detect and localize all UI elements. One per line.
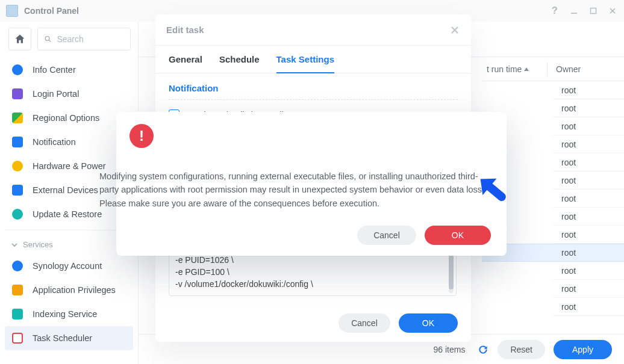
close-icon[interactable] bbox=[607, 5, 618, 16]
sidebar-item-label: Hardware & Power bbox=[33, 161, 106, 171]
sidebar-item-label: External Devices bbox=[33, 185, 98, 195]
reset-button[interactable]: Reset bbox=[498, 340, 545, 359]
tab-schedule[interactable]: Schedule bbox=[219, 54, 260, 73]
table-header-row: t run time Owner bbox=[482, 57, 624, 81]
col-label: Owner bbox=[556, 64, 581, 74]
info-icon bbox=[11, 63, 24, 76]
sidebar-item-login-portal[interactable]: Login Portal bbox=[5, 82, 133, 106]
sort-asc-icon bbox=[524, 67, 529, 71]
schedule-icon bbox=[11, 332, 24, 345]
dialog-title: Edit task bbox=[166, 25, 204, 35]
section-notification: Notification bbox=[169, 83, 458, 100]
portal-icon bbox=[11, 87, 24, 100]
app-root: Control Panel ? bbox=[0, 0, 624, 364]
svg-point-4 bbox=[45, 37, 49, 41]
chevron-down-icon bbox=[11, 241, 18, 248]
table-row[interactable]: root bbox=[553, 262, 624, 280]
table-row[interactable]: root bbox=[553, 226, 624, 244]
table-row[interactable]: root bbox=[553, 298, 624, 316]
sidebar-item-indexing-service[interactable]: Indexing Service bbox=[5, 302, 133, 326]
maximize-icon[interactable] bbox=[588, 5, 599, 16]
sidebar-item-regional-options[interactable]: Regional Options bbox=[5, 106, 133, 130]
edit-ok-button[interactable]: OK bbox=[399, 313, 458, 333]
table-body: rootrootrootrootrootrootrootrootrootroot… bbox=[553, 81, 624, 334]
svg-rect-1 bbox=[591, 8, 596, 14]
apply-button[interactable]: Apply bbox=[554, 340, 612, 359]
refresh-icon[interactable] bbox=[477, 344, 489, 356]
sidebar-item-task-scheduler[interactable]: Task Scheduler bbox=[5, 326, 133, 350]
home-icon[interactable] bbox=[8, 28, 31, 51]
warning-text: Modifying system configurations, running… bbox=[99, 170, 491, 210]
sidebar-item-application-privileges[interactable]: Application Privileges bbox=[5, 278, 133, 302]
sidebar-item-info-center[interactable]: Info Center bbox=[5, 58, 133, 82]
table-row[interactable]: root bbox=[553, 280, 624, 298]
index-icon bbox=[11, 307, 24, 321]
table-row[interactable]: root bbox=[553, 117, 624, 135]
table-row[interactable]: root bbox=[553, 135, 624, 153]
sidebar-item-label: Info Center bbox=[33, 65, 76, 75]
search-input[interactable] bbox=[57, 34, 124, 44]
close-icon[interactable] bbox=[449, 25, 460, 35]
bulb-icon bbox=[11, 159, 24, 173]
sidebar-section-services[interactable]: Services bbox=[5, 234, 133, 254]
window-title: Control Panel bbox=[24, 6, 79, 16]
table-row[interactable]: root bbox=[553, 190, 624, 208]
sidebar-item-label: Notification bbox=[33, 137, 76, 147]
region-icon bbox=[11, 111, 24, 125]
table-row[interactable]: root bbox=[553, 171, 624, 190]
col-next-run-time[interactable]: t run time bbox=[482, 64, 547, 74]
table-row[interactable]: root bbox=[553, 208, 624, 226]
sidebar-item-label: Synology Account bbox=[33, 261, 102, 271]
sidebar-item-label: Login Portal bbox=[33, 89, 79, 99]
sidebar-item-label: Regional Options bbox=[33, 113, 99, 123]
dialog-tabs: General Schedule Task Settings bbox=[155, 46, 471, 73]
col-owner[interactable]: Owner bbox=[548, 64, 619, 74]
col-label: t run time bbox=[487, 64, 522, 74]
sidebar-item-notification[interactable]: Notification bbox=[5, 130, 133, 154]
warning-dialog: ! Modifying system configurations, runni… bbox=[116, 112, 507, 256]
svg-line-5 bbox=[49, 40, 51, 42]
app-icon bbox=[6, 5, 18, 17]
help-icon[interactable]: ? bbox=[549, 5, 560, 16]
edit-cancel-button[interactable]: Cancel bbox=[339, 313, 390, 333]
sidebar-item-label: Task Scheduler bbox=[33, 333, 92, 343]
lock-icon bbox=[11, 283, 24, 297]
tab-general[interactable]: General bbox=[169, 54, 202, 73]
sidebar-section-label: Services bbox=[23, 240, 53, 249]
warn-cancel-button[interactable]: Cancel bbox=[357, 226, 416, 245]
update-icon bbox=[11, 208, 24, 221]
table-row[interactable]: root bbox=[553, 99, 624, 117]
script-line: -v /volume1/docker/dokuwiki:/config \ bbox=[175, 278, 450, 290]
warn-ok-button[interactable]: OK bbox=[425, 226, 491, 245]
search-icon bbox=[44, 34, 52, 44]
minimize-icon[interactable] bbox=[569, 5, 579, 16]
sidebar-item-label: Application Privileges bbox=[33, 285, 116, 295]
script-line: -e PGID=100 \ bbox=[175, 266, 450, 278]
sidebar-item-label: Indexing Service bbox=[33, 309, 97, 319]
tab-task-settings[interactable]: Task Settings bbox=[276, 54, 334, 73]
sidebar-item-synology-account[interactable]: Synology Account bbox=[5, 254, 133, 278]
sidebar-item-label: Update & Restore bbox=[33, 209, 102, 219]
sidebar-divider bbox=[5, 230, 133, 230]
row-count: 96 items bbox=[433, 345, 465, 354]
devices-icon bbox=[11, 184, 24, 197]
table-row[interactable]: root bbox=[553, 81, 624, 99]
search-box[interactable] bbox=[37, 28, 131, 51]
table-row[interactable]: root bbox=[553, 153, 624, 171]
warning-icon: ! bbox=[129, 124, 154, 148]
account-icon bbox=[11, 259, 24, 273]
notification-icon bbox=[11, 135, 24, 149]
